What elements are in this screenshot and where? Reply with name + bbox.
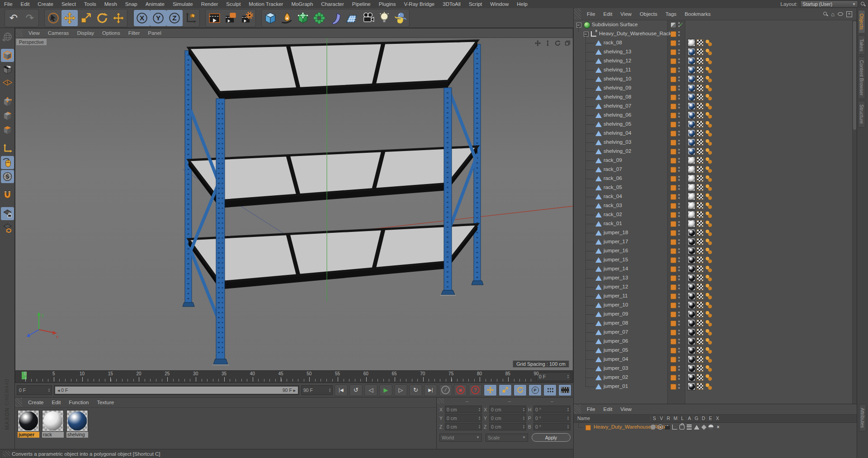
menu-item-options[interactable]: Options bbox=[98, 30, 124, 36]
tree-row-jumper-15[interactable]: jumper_15 bbox=[574, 255, 857, 264]
menu-item-pipeline[interactable]: Pipeline bbox=[348, 1, 375, 7]
material-tag[interactable] bbox=[688, 39, 695, 47]
material-jumper[interactable]: jumper bbox=[18, 410, 39, 438]
uvw-tag[interactable] bbox=[697, 130, 703, 137]
range-end-field[interactable]: 90 F ▴▾ bbox=[301, 385, 333, 395]
viewport-solo-button[interactable]: S bbox=[1, 170, 14, 183]
key-parameter-toggle[interactable]: P bbox=[528, 384, 542, 396]
enable-quantizing-button[interactable] bbox=[1, 156, 14, 169]
layer-color-tag[interactable] bbox=[670, 384, 676, 390]
visibility-dots[interactable] bbox=[678, 140, 680, 145]
phong-tag[interactable] bbox=[705, 85, 712, 91]
phong-tag[interactable] bbox=[705, 283, 712, 290]
uvw-tag[interactable] bbox=[697, 320, 703, 326]
tree-row-rack-05[interactable]: rack_05 bbox=[574, 183, 857, 192]
tree-row-jumper-08[interactable]: jumper_08 bbox=[574, 319, 857, 328]
uvw-tag[interactable] bbox=[697, 374, 703, 381]
menu-item-objects[interactable]: Objects bbox=[636, 11, 661, 17]
uvw-tag[interactable] bbox=[697, 247, 703, 254]
expand-toggle[interactable] bbox=[576, 23, 581, 28]
material-tag[interactable] bbox=[688, 57, 695, 65]
uvw-tag[interactable] bbox=[697, 302, 703, 308]
enable-axis-button[interactable] bbox=[1, 142, 14, 155]
last-used-tool-button[interactable] bbox=[110, 10, 127, 26]
menu-item-file[interactable]: File bbox=[0, 1, 17, 7]
phong-tag[interactable] bbox=[705, 193, 712, 200]
object-tree-scrollbar[interactable] bbox=[852, 20, 857, 404]
menu-item-display[interactable]: Display bbox=[73, 30, 98, 36]
layer-color-tag[interactable] bbox=[670, 284, 676, 290]
range-start-field[interactable]: 0 F ▴▾ bbox=[17, 385, 52, 395]
visibility-dots[interactable] bbox=[678, 76, 680, 82]
visibility-dots[interactable] bbox=[678, 275, 680, 281]
visibility-dots[interactable] bbox=[678, 104, 680, 109]
rotate-view-icon[interactable] bbox=[554, 39, 561, 47]
layer-color-tag[interactable] bbox=[670, 167, 676, 173]
phong-tag[interactable] bbox=[705, 175, 712, 182]
phong-tag[interactable] bbox=[705, 130, 712, 137]
layer-color-tag[interactable] bbox=[670, 49, 676, 55]
material-tag[interactable] bbox=[688, 346, 695, 354]
layer-color-tag[interactable] bbox=[670, 140, 676, 146]
material-thumbnail[interactable] bbox=[18, 410, 39, 432]
tree-row-jumper-09[interactable]: jumper_09 bbox=[574, 310, 857, 319]
phong-tag[interactable] bbox=[705, 139, 712, 146]
spinner-arrows-icon[interactable]: ▴▾ bbox=[329, 388, 330, 392]
tree-row-shelving-03[interactable]: shelving_03 bbox=[574, 138, 857, 147]
menu-item-animate[interactable]: Animate bbox=[142, 1, 169, 7]
menu-item-texture[interactable]: Texture bbox=[93, 400, 118, 405]
uvw-tag[interactable] bbox=[697, 85, 703, 91]
lock-y-axis-button[interactable]: Y bbox=[150, 10, 166, 26]
visibility-dots[interactable] bbox=[678, 149, 680, 154]
tree-row-shelving-11[interactable]: shelving_11 bbox=[574, 66, 857, 75]
menu-item-tags[interactable]: Tags bbox=[661, 11, 680, 17]
layer-color-tag[interactable] bbox=[670, 257, 676, 263]
keyframe-selection-button[interactable]: ? bbox=[469, 384, 482, 396]
layer-color-tag[interactable] bbox=[670, 158, 676, 164]
coords-input-x[interactable]: 0 cm▴▾ bbox=[489, 406, 526, 413]
material-tag[interactable] bbox=[688, 102, 695, 110]
coords-input-y[interactable]: 0 cm▴▾ bbox=[489, 414, 526, 422]
tree-row-jumper-16[interactable]: jumper_16 bbox=[574, 246, 857, 255]
tree-row-heavy-duty-warehouse-rack[interactable]: Heavy_Duty_Warehouse_Rack bbox=[574, 29, 857, 38]
menu-item-script[interactable]: Script bbox=[465, 1, 486, 7]
tab-objects[interactable]: Objects bbox=[858, 10, 865, 33]
material-tag[interactable] bbox=[688, 165, 695, 173]
visibility-dots[interactable] bbox=[678, 49, 680, 55]
tree-row-shelving-02[interactable]: shelving_02 bbox=[574, 147, 857, 156]
spinner-arrows-icon[interactable]: ▴▾ bbox=[523, 425, 524, 429]
panel-grip[interactable] bbox=[574, 404, 581, 414]
goto-start-button[interactable]: |◀ bbox=[335, 384, 348, 396]
phong-tag[interactable] bbox=[705, 94, 712, 100]
material-tag[interactable] bbox=[688, 328, 695, 336]
material-tag[interactable] bbox=[688, 238, 695, 246]
phong-tag[interactable] bbox=[705, 76, 712, 82]
material-tag[interactable] bbox=[688, 147, 695, 155]
material-tag[interactable] bbox=[688, 66, 695, 74]
render-toggle-icon[interactable] bbox=[665, 425, 670, 430]
visibility-dots[interactable] bbox=[678, 384, 680, 389]
lock-x-axis-button[interactable]: X bbox=[134, 10, 150, 26]
material-tag[interactable] bbox=[688, 247, 695, 255]
coords-input-b[interactable]: 0 °▴▾ bbox=[533, 423, 571, 430]
visibility-dots[interactable] bbox=[678, 321, 680, 326]
enable-snap-button[interactable] bbox=[1, 189, 14, 202]
phong-tag[interactable] bbox=[705, 103, 712, 109]
visibility-dots[interactable] bbox=[678, 167, 680, 172]
tree-row-jumper-02[interactable]: jumper_02 bbox=[574, 373, 857, 382]
menu-item-motion-tracker[interactable]: Motion Tracker bbox=[245, 1, 287, 7]
uvw-tag[interactable] bbox=[697, 193, 703, 200]
material-tag[interactable] bbox=[688, 382, 695, 390]
uvw-tag[interactable] bbox=[697, 265, 703, 272]
add-camera-button[interactable] bbox=[360, 10, 376, 26]
key-position-toggle[interactable] bbox=[484, 384, 497, 396]
phong-tag[interactable] bbox=[705, 229, 712, 236]
visibility-dots[interactable] bbox=[678, 113, 680, 118]
menu-item-view[interactable]: View bbox=[616, 11, 636, 17]
panel-grip[interactable] bbox=[437, 398, 444, 404]
tree-row-jumper-01[interactable]: jumper_01 bbox=[574, 382, 857, 391]
coords-input-z[interactable]: 0 cm▴▾ bbox=[445, 423, 482, 430]
menu-item-3dtoall[interactable]: 3DToAll bbox=[439, 1, 465, 7]
edit-render-settings-button[interactable] bbox=[239, 10, 255, 26]
menu-item-simulate[interactable]: Simulate bbox=[169, 1, 197, 7]
